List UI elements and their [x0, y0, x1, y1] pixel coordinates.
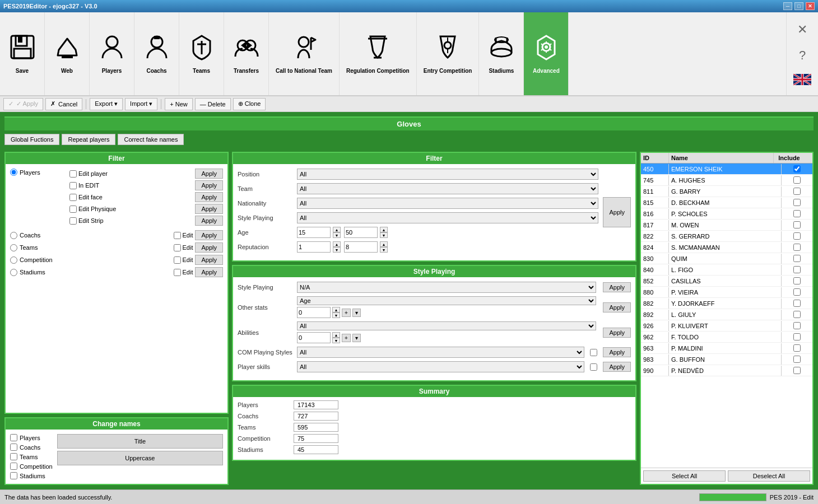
sp-style-select[interactable]: N/A [297, 282, 596, 293]
player-include-cb[interactable] [793, 221, 801, 228]
delete-btn[interactable]: — Delete [195, 98, 231, 110]
player-skills-checkbox[interactable] [590, 363, 597, 371]
radio-coaches-input[interactable] [10, 232, 17, 239]
player-include-cb[interactable] [793, 288, 801, 296]
cn-competition[interactable]: Competition [10, 463, 53, 470]
uppercase-btn[interactable]: Uppercase [57, 451, 223, 465]
check-competition-edit[interactable]: Edit [174, 256, 193, 264]
check-teams-edit[interactable]: Edit [174, 244, 193, 251]
apply-edit-strip[interactable]: Apply [195, 216, 223, 226]
table-row[interactable]: 840 L. FIGO [641, 264, 812, 276]
rep-max-up[interactable]: ▲ [380, 241, 388, 247]
toolbar-item-entry[interactable]: Entry Competition [417, 12, 480, 95]
cn-players-cb[interactable] [10, 434, 17, 441]
toolbar-item-save[interactable]: Save [0, 12, 45, 95]
player-include-cb[interactable] [793, 176, 801, 184]
player-skills-select[interactable]: All [297, 361, 584, 372]
age-min-up[interactable]: ▲ [333, 227, 341, 232]
player-skills-apply[interactable]: Apply [603, 362, 631, 372]
table-row[interactable]: 450 EMERSON SHEIK [641, 164, 812, 175]
table-row[interactable]: 811 G. BARRY [641, 186, 812, 197]
table-row[interactable]: 963 P. MALDINI [641, 343, 812, 354]
apply-competition[interactable]: Apply [195, 255, 223, 265]
tab-correct-fake-names[interactable]: Correct fake names [118, 134, 184, 145]
toolbar-item-web[interactable]: Web [45, 12, 90, 95]
rep-min-up[interactable]: ▲ [333, 241, 341, 247]
table-row[interactable]: 880 P. VIEIRA [641, 287, 812, 298]
edit-strip-checkbox[interactable] [69, 217, 77, 225]
table-row[interactable]: 892 L. GIULY [641, 309, 812, 320]
table-row[interactable]: 830 QUIM [641, 253, 812, 264]
com-styles-checkbox[interactable] [590, 349, 597, 356]
other-stats-minus[interactable]: ▾ [352, 309, 361, 317]
other-stats-up[interactable]: ▲ [332, 307, 340, 312]
player-include-cb[interactable] [793, 344, 801, 352]
cn-competition-cb[interactable] [10, 463, 17, 470]
import-btn[interactable]: Import ▾ [125, 98, 157, 110]
style-playing-select[interactable]: All [297, 212, 598, 223]
check-in-edit[interactable]: In EDIT [69, 182, 99, 189]
cn-coaches[interactable]: Coachs [10, 444, 53, 451]
clone-btn[interactable]: ⊕ Clone [233, 98, 266, 110]
table-row[interactable]: 926 P. KLUIVERT [641, 320, 812, 332]
radio-competition[interactable]: Competition [10, 256, 53, 264]
toolbar-item-national[interactable]: Call to National Team [269, 12, 340, 95]
player-include-cb[interactable] [793, 367, 801, 374]
tab-repeat-players[interactable]: Repeat players [62, 134, 115, 145]
check-edit-strip[interactable]: Edit Strip [69, 217, 104, 225]
age-min-down[interactable]: ▼ [333, 232, 341, 238]
apply-teams[interactable]: Apply [195, 242, 223, 253]
age-max-down[interactable]: ▼ [380, 232, 388, 238]
edit-player-checkbox[interactable] [69, 170, 77, 178]
toolbar-item-regulation[interactable]: Regulation Competition [340, 12, 417, 95]
sp-style-apply[interactable]: Apply [603, 282, 631, 292]
competition-edit-checkbox[interactable] [174, 256, 181, 264]
abilities-num[interactable] [297, 332, 331, 343]
apply-in-edit[interactable]: Apply [195, 180, 223, 190]
toolbar-item-teams[interactable]: Teams [179, 12, 224, 95]
new-btn[interactable]: + New [165, 98, 193, 110]
cn-stadiums-cb[interactable] [10, 472, 17, 479]
other-stats-plus[interactable]: + [342, 309, 351, 317]
apply-edit-physique[interactable]: Apply [195, 204, 223, 214]
rep-min-input[interactable] [297, 241, 331, 253]
player-include-cb[interactable] [793, 232, 801, 240]
edit-physique-checkbox[interactable] [69, 206, 77, 213]
radio-teams-input[interactable] [10, 244, 17, 251]
radio-competition-input[interactable] [10, 256, 17, 264]
radio-teams[interactable]: Teams [10, 244, 38, 251]
select-all-btn[interactable]: Select All [643, 470, 726, 482]
other-stats-select[interactable]: Age [297, 296, 596, 305]
apply-edit-face[interactable]: Apply [195, 192, 223, 202]
age-min-input[interactable] [297, 227, 331, 238]
other-stats-apply[interactable]: Apply [603, 302, 631, 312]
radio-stadiums-input[interactable] [10, 269, 17, 276]
apply-stadiums[interactable]: Apply [195, 267, 223, 277]
rep-max-input[interactable] [344, 241, 378, 253]
check-edit-player[interactable]: Edit player [69, 170, 108, 178]
apply-edit-player[interactable]: Apply [195, 169, 223, 179]
radio-players[interactable]: Players [10, 169, 66, 176]
toolbar-item-stadiums[interactable]: Stadiums [479, 12, 524, 95]
table-row[interactable]: 882 Y. DJORKAEFF [641, 298, 812, 309]
com-styles-select[interactable]: All [297, 347, 584, 358]
table-row[interactable]: 815 D. BECKHAM [641, 197, 812, 208]
abilities-minus[interactable]: ▾ [352, 334, 361, 342]
table-row[interactable]: 852 CASILLAS [641, 276, 812, 287]
apply-coaches[interactable]: Apply [195, 230, 223, 240]
nationality-select[interactable]: All [297, 198, 598, 209]
player-include-cb[interactable] [793, 300, 801, 307]
toolbar-item-coaches[interactable]: Coachs [134, 12, 179, 95]
coaches-edit-checkbox[interactable] [174, 232, 181, 239]
deselect-all-btn[interactable]: Deselect All [728, 470, 810, 482]
radio-players-input[interactable] [10, 169, 17, 176]
table-row[interactable]: 983 G. BUFFON [641, 354, 812, 365]
stadiums-edit-checkbox[interactable] [174, 269, 181, 276]
radio-coaches[interactable]: Coachs [10, 232, 40, 239]
abilities-plus[interactable]: + [342, 334, 351, 342]
in-edit-checkbox[interactable] [69, 182, 77, 189]
radio-stadiums[interactable]: Stadiums [10, 269, 45, 276]
player-include-cb[interactable] [793, 277, 801, 284]
player-include-cb[interactable] [793, 188, 801, 195]
toolbar-item-players[interactable]: Players [90, 12, 134, 95]
